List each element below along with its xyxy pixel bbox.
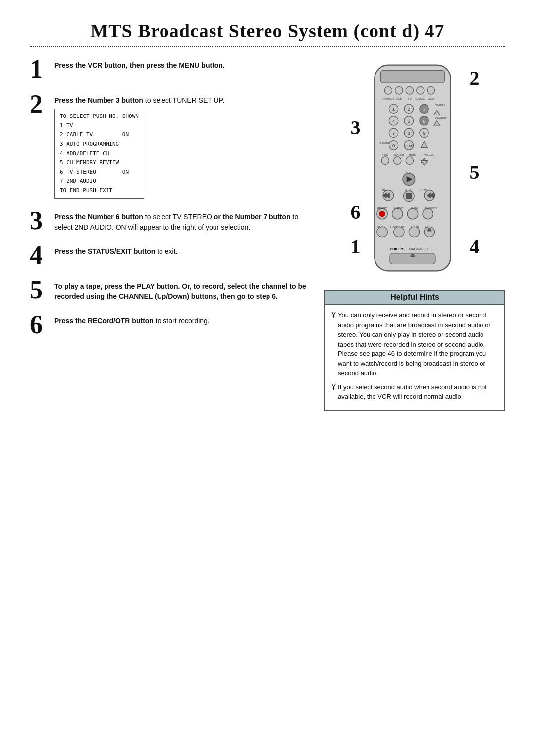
svg-point-5 [416, 87, 424, 94]
svg-text:1: 1 [392, 107, 395, 112]
hint-text-1: You can only receive and record in stere… [338, 310, 498, 378]
step-3-text: Press the Number 6 button to select TV S… [54, 212, 310, 233]
menu-box: TO SELECT PUSH NO. SHOWN 1 TV 2 CABLE TV… [54, 109, 144, 199]
svg-rect-1 [380, 70, 444, 83]
step-5-content: To play a tape, press the PLAY button. O… [54, 277, 310, 302]
svg-point-6 [427, 87, 434, 94]
step-4-content: Press the STATUS/EXIT button to exit. [54, 242, 310, 257]
helpful-hints-box: Helpful Hints ¥ You can only receive and… [324, 290, 505, 411]
svg-point-69 [407, 208, 418, 219]
svg-text:TV: TV [408, 97, 412, 100]
svg-text:9: 9 [423, 131, 425, 136]
right-column: 2 3 5 6 1 4 [324, 57, 505, 411]
svg-point-45 [393, 157, 401, 164]
step-2-number: 2 [30, 91, 50, 117]
hint-item-1: ¥ You can only receive and record in ste… [331, 310, 498, 378]
svg-text:VCR/TV: VCR/TV [435, 103, 445, 106]
step-2: 2 Press the Number 3 button to select TU… [30, 91, 310, 199]
svg-point-70 [423, 208, 433, 219]
svg-point-78 [409, 227, 420, 237]
helpful-hints-body: ¥ You can only receive and record in ste… [325, 305, 504, 410]
svg-text:2: 2 [407, 107, 410, 112]
divider [30, 46, 505, 47]
svg-point-4 [406, 87, 413, 94]
step-5-number: 5 [30, 277, 50, 303]
svg-text:STATUS: STATUS [380, 141, 390, 144]
svg-text:CABLE: CABLE [415, 97, 425, 100]
step-6-text: Press the RECord/OTR button to start rec… [54, 316, 310, 326]
svg-point-3 [395, 87, 402, 94]
remote-wrapper: 2 3 5 6 1 4 [351, 61, 480, 280]
step-3-content: Press the Number 6 button to select TV S… [54, 208, 310, 233]
helpful-hints-title: Helpful Hints [325, 291, 504, 305]
svg-point-68 [392, 208, 403, 219]
svg-point-44 [381, 157, 389, 164]
svg-rect-86 [410, 256, 415, 257]
svg-rect-81 [427, 230, 431, 231]
step-2-content: Press the Number 3 button to select TUNE… [54, 91, 310, 199]
svg-text:PHILIPS: PHILIPS [390, 247, 405, 251]
page-title: MTS Broadcast Stereo System (cont d) 47 [30, 20, 505, 42]
remote-svg: POWER VCR TV CABLE OSD 1 2 3 VCR/TV [366, 61, 460, 275]
svg-text:+100: +100 [404, 144, 413, 148]
step-1-content: Press the VCR button, then press the MEN… [54, 57, 310, 71]
svg-text:4: 4 [392, 119, 395, 124]
svg-text:6: 6 [423, 119, 425, 124]
svg-text:MAGNAVOX: MAGNAVOX [409, 247, 428, 251]
svg-text:7: 7 [392, 131, 395, 136]
step-1-number: 1 [30, 57, 50, 82]
remote-label-6: 6 [351, 200, 361, 224]
step-3-number: 3 [30, 208, 50, 233]
svg-point-46 [406, 157, 413, 164]
svg-text:CHANNEL: CHANNEL [435, 117, 448, 120]
step-5-text: To play a tape, press the PLAY button. O… [54, 281, 310, 302]
svg-point-76 [376, 227, 387, 237]
step-1-text: Press the VCR button, then press the MEN… [54, 60, 310, 71]
hint-item-2: ¥ If you select second audio when second… [331, 382, 498, 402]
step-6: 6 Press the RECord/OTR button to start r… [30, 312, 310, 338]
svg-text:MUTE: MUTE [409, 154, 416, 156]
svg-point-71 [379, 211, 385, 217]
remote-label-3: 3 [351, 116, 361, 139]
remote-label-1: 1 [351, 235, 361, 258]
svg-text:0: 0 [392, 143, 395, 148]
svg-text:OSD: OSD [428, 97, 434, 100]
svg-rect-62 [406, 193, 412, 199]
step-4-text: Press the STATUS/EXIT button to exit. [54, 246, 310, 257]
remote-label-2: 2 [470, 66, 480, 90]
svg-text:VCR: VCR [395, 97, 402, 100]
svg-point-2 [384, 87, 392, 94]
step-4: 4 Press the STATUS/EXIT button to exit. [30, 242, 310, 268]
hint-bullet-2: ¥ [331, 382, 336, 393]
svg-text:VOLUME: VOLUME [424, 154, 434, 156]
remote-label-4: 4 [470, 235, 480, 258]
svg-text:TIME: TIME [382, 154, 388, 156]
svg-text:SEARCH: SEARCH [393, 154, 404, 156]
main-layout: 1 Press the VCR button, then press the M… [30, 57, 505, 411]
step-2-text: Press the Number 3 button to select TUNE… [54, 95, 310, 106]
step-6-number: 6 [30, 312, 50, 338]
step-1: 1 Press the VCR button, then press the M… [30, 57, 310, 82]
svg-text:POWER: POWER [382, 97, 394, 100]
svg-text:3: 3 [423, 107, 425, 112]
hint-text-2: If you select second audio when second a… [338, 382, 498, 402]
step-5: 5 To play a tape, press the PLAY button.… [30, 277, 310, 303]
svg-text:8: 8 [407, 131, 410, 136]
step-4-number: 4 [30, 242, 50, 268]
svg-point-77 [393, 227, 404, 237]
steps-column: 1 Press the VCR button, then press the M… [30, 57, 310, 411]
step-3: 3 Press the Number 6 button to select TV… [30, 208, 310, 233]
remote-label-5: 5 [470, 161, 480, 184]
step-6-content: Press the RECord/OTR button to start rec… [54, 312, 310, 326]
svg-text:5: 5 [407, 119, 410, 124]
hint-bullet-1: ¥ [331, 310, 336, 321]
